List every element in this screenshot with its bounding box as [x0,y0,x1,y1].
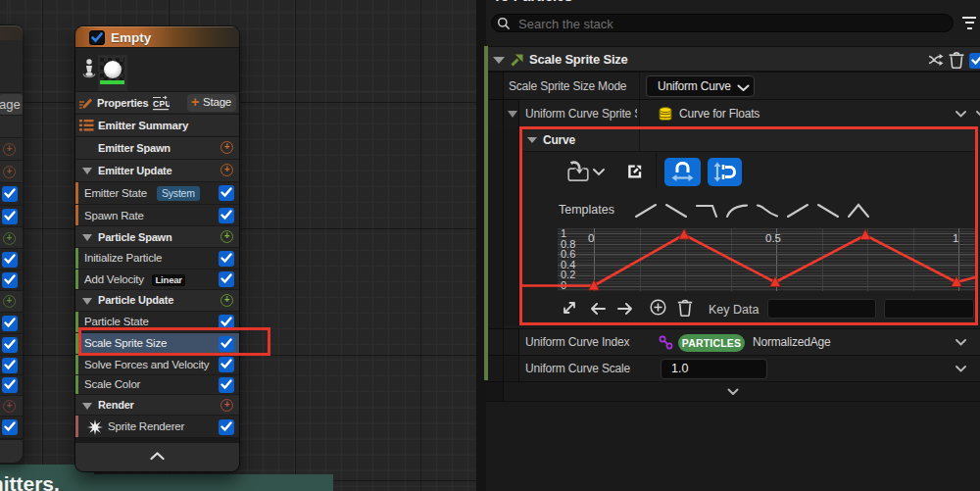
svg-text:CPU: CPU [153,99,170,109]
